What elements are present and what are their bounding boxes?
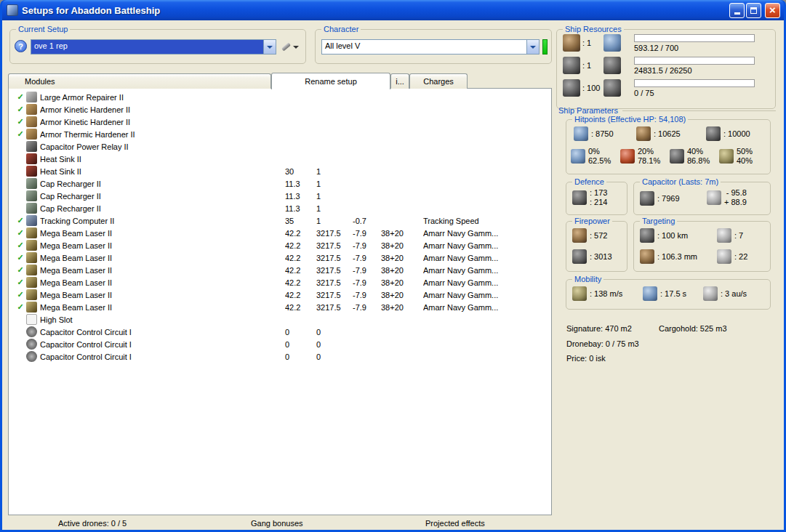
module-check: ✓ xyxy=(15,278,26,287)
module-charge: Amarr Navy Gamm... xyxy=(423,254,551,262)
module-row[interactable]: Capacitor Control Circuit I 0 0 xyxy=(9,350,551,363)
module-row[interactable]: High Slot xyxy=(9,313,551,326)
module-row[interactable]: ✓ Mega Beam Laser II 42.2 3217.5 -7.9 38… xyxy=(9,251,551,264)
minimize-button[interactable] xyxy=(729,3,745,18)
firepower-group: Firepower : 572 : 3013 xyxy=(566,221,627,272)
character-combobox[interactable]: All level V xyxy=(321,39,540,55)
module-col2: 3217.5 xyxy=(316,291,353,299)
targeting-label: Targeting xyxy=(640,217,677,226)
cap-recharger-icon xyxy=(26,190,37,201)
module-name: Mega Beam Laser II xyxy=(40,241,285,250)
character-combobox-dropdown-button[interactable] xyxy=(526,40,539,54)
module-row[interactable]: Cap Recharger II 11.3 1 xyxy=(9,177,551,190)
volley-value: : 3013 xyxy=(590,252,612,261)
module-row[interactable]: Capacitor Control Circuit I 0 0 xyxy=(9,338,551,350)
character-group: Character All level V xyxy=(315,29,552,64)
dronebay-text: Dronebay: 0 / 75 m3 xyxy=(566,339,639,348)
module-check: ✓ xyxy=(15,302,26,312)
module-row[interactable]: ✓ Mega Beam Laser II 42.2 3217.5 -7.9 38… xyxy=(9,276,551,289)
character-combobox-value: All level V xyxy=(322,40,526,54)
powergrid-icon xyxy=(603,57,621,74)
ammo-icon xyxy=(563,79,580,97)
title-bar[interactable]: Setups for Abaddon Battleship xyxy=(2,0,784,20)
module-name: Heat Sink II xyxy=(40,155,285,164)
tab-truncated[interactable]: i... xyxy=(390,73,409,89)
module-col3: -7.9 xyxy=(353,278,381,287)
turret-hardpoints-icon xyxy=(563,34,580,52)
explosive-resist-icon xyxy=(719,149,734,164)
defence-value-1: : 173 xyxy=(590,188,607,198)
setup-combobox-value: ove 1 rep xyxy=(31,40,263,54)
module-col2: 1 xyxy=(316,192,353,201)
module-row[interactable]: ✓ Armor Thermic Hardener II xyxy=(9,128,551,140)
module-row[interactable]: ✓ Mega Beam Laser II 42.2 3217.5 -7.9 38… xyxy=(9,227,551,239)
module-row[interactable]: Capacitor Control Circuit I 0 0 xyxy=(9,326,551,338)
module-col3: -0.7 xyxy=(353,217,381,225)
module-col3: -7.9 xyxy=(353,266,381,275)
module-row[interactable]: Cap Recharger II 11.3 1 xyxy=(9,190,551,202)
armor-hardener-icon xyxy=(26,116,37,127)
module-col1: 42.2 xyxy=(285,291,316,299)
maximize-icon xyxy=(750,7,757,14)
module-col1: 11.3 xyxy=(285,192,316,201)
capacitor-power-relay-icon xyxy=(26,141,37,152)
armor-hp: : 10625 xyxy=(654,129,681,138)
em-resist-icon xyxy=(571,149,585,164)
module-name: Capacitor Control Circuit I xyxy=(40,340,285,349)
module-name: Capacitor Control Circuit I xyxy=(40,328,285,336)
module-row[interactable]: ✓ Mega Beam Laser II 42.2 3217.5 -7.9 38… xyxy=(9,264,551,276)
tab-rename-setup[interactable]: Rename setup xyxy=(271,73,390,89)
setup-tools-button[interactable] xyxy=(279,39,301,55)
module-row[interactable]: ✓ Large Armor Repairer II xyxy=(9,91,551,103)
module-row[interactable]: ✓ Tracking Computer II 35 1 -0.7 Trackin… xyxy=(9,214,551,227)
module-charge: Amarr Navy Gamm... xyxy=(423,303,551,312)
module-col3: -7.9 xyxy=(353,254,381,262)
section-divider xyxy=(622,110,776,111)
module-row[interactable]: ✓ Mega Beam Laser II 42.2 3217.5 -7.9 38… xyxy=(9,301,551,313)
module-row[interactable]: Heat Sink II 30 1 xyxy=(9,165,551,177)
defence-value-2: : 214 xyxy=(590,198,607,207)
active-drones-text: Active drones: 0 / 5 xyxy=(58,519,127,528)
capacitor-amount: : 7969 xyxy=(657,194,680,203)
module-row[interactable]: ✓ Mega Beam Laser II 42.2 3217.5 -7.9 38… xyxy=(9,239,551,251)
setup-combobox[interactable]: ove 1 rep xyxy=(31,39,276,55)
module-name: High Slot xyxy=(40,315,285,324)
module-name: Cap Recharger II xyxy=(40,204,285,213)
module-name: Armor Thermic Hardener II xyxy=(40,130,285,139)
module-check: ✓ xyxy=(15,265,26,275)
module-col3: -7.9 xyxy=(353,241,381,250)
capacitor-group: Capacitor (Lasts: 7m) : 7969 - 95.8 + 88… xyxy=(633,182,771,215)
module-charge: Amarr Navy Gamm... xyxy=(423,266,551,275)
module-col1: 0 xyxy=(285,352,316,361)
close-button[interactable] xyxy=(765,3,780,18)
module-row[interactable]: Heat Sink II xyxy=(9,153,551,165)
kinetic-resist-bottom: 86.8% xyxy=(687,156,710,166)
module-row[interactable]: ✓ Armor Kinetic Hardener II xyxy=(9,116,551,128)
calibration-value: 0 / 75 xyxy=(634,89,755,97)
tab-charges[interactable]: Charges xyxy=(409,73,468,89)
tab-strip: Modules Rename setup i... Charges xyxy=(8,72,468,89)
setup-combobox-dropdown-button[interactable] xyxy=(263,40,276,54)
module-row[interactable]: Capacitor Power Relay II xyxy=(9,140,551,153)
hitpoints-label: Hitpoints (Effective HP: 54,108) xyxy=(572,115,688,124)
armor-repairer-icon xyxy=(26,92,37,102)
module-list[interactable]: ✓ Large Armor Repairer II ✓ Armor Kineti… xyxy=(8,88,552,515)
module-col3: -7.9 xyxy=(353,291,381,299)
module-col3: -7.9 xyxy=(353,229,381,238)
window: Setups for Abaddon Battleship Current Se… xyxy=(0,0,786,532)
powergrid-value: 24831.5 / 26250 xyxy=(634,66,755,75)
dps-value: : 572 xyxy=(590,231,607,240)
module-check: ✓ xyxy=(15,129,26,139)
character-label: Character xyxy=(321,25,361,34)
module-charge: Amarr Navy Gamm... xyxy=(423,229,551,238)
maximize-button[interactable] xyxy=(746,3,761,18)
tab-modules[interactable]: Modules xyxy=(8,73,271,89)
skill-level-bar xyxy=(542,39,548,55)
help-icon[interactable] xyxy=(15,40,27,52)
module-row[interactable]: Cap Recharger II 11.3 1 xyxy=(9,202,551,214)
module-check: ✓ xyxy=(15,216,26,225)
module-name: Mega Beam Laser II xyxy=(40,278,285,287)
module-row[interactable]: ✓ Mega Beam Laser II 42.2 3217.5 -7.9 38… xyxy=(9,289,551,301)
module-row[interactable]: ✓ Armor Kinetic Hardener II xyxy=(9,103,551,116)
explosive-resist-bottom: 40% xyxy=(737,156,753,166)
